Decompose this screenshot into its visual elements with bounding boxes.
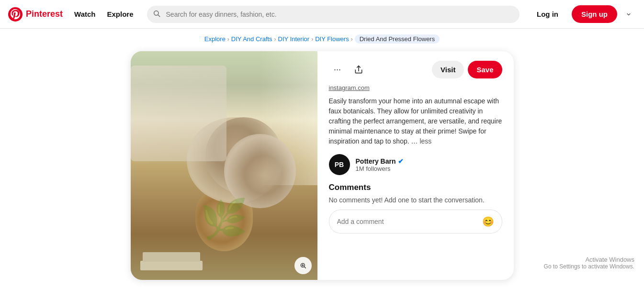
pin-actions-top: ··· Visit Save (329, 61, 502, 78)
breadcrumb-diy-flowers[interactable]: DIY Flowers (315, 35, 349, 43)
svg-line-4 (304, 267, 305, 268)
pin-detail: ··· Visit Save instagram.com (317, 51, 514, 280)
more-dots-icon: ··· (334, 65, 341, 75)
emoji-button[interactable]: 😊 (481, 214, 496, 229)
breadcrumb-explore[interactable]: Explore (204, 35, 226, 43)
signup-button[interactable]: Sign up (572, 5, 617, 23)
search-icon (153, 10, 160, 19)
svg-line-2 (158, 15, 160, 17)
pin-left-actions: ··· (329, 61, 367, 78)
share-button[interactable] (350, 61, 367, 78)
creator-name-text: Pottery Barn (356, 157, 396, 165)
header-actions: Log in Sign up (527, 5, 636, 23)
watch-link[interactable]: Watch (68, 6, 101, 22)
breadcrumb-diy-interior[interactable]: DIY Interior (278, 35, 310, 43)
header: Pinterest Watch Explore Log in Sign up (0, 0, 644, 29)
pin-right-actions: Visit Save (432, 61, 502, 78)
pin-image (131, 51, 317, 280)
breadcrumb-sep-2: › (274, 36, 276, 43)
comment-input[interactable] (337, 218, 477, 225)
creator-followers: 1M followers (356, 165, 404, 172)
save-button[interactable]: Save (468, 61, 502, 78)
comments-heading: Comments (329, 183, 502, 192)
breadcrumb-diy-crafts[interactable]: DIY And Crafts (231, 35, 272, 43)
pin-card: ··· Visit Save instagram.com (131, 51, 514, 280)
creator-row: PB Pottery Barn ✔ 1M followers (329, 154, 502, 175)
breadcrumb-sep-3: › (311, 36, 313, 43)
logo-text: Pinterest (26, 9, 63, 19)
comments-section: Comments No comments yet! Add one to sta… (329, 183, 502, 233)
search-input[interactable] (147, 6, 520, 23)
breadcrumb: Explore › DIY And Crafts › DIY Interior … (0, 29, 644, 47)
no-comments-text: No comments yet! Add one to start the co… (329, 196, 502, 204)
verified-icon: ✔ (398, 157, 404, 165)
creator-info: Pottery Barn ✔ 1M followers (356, 157, 404, 172)
zoom-icon[interactable] (294, 257, 312, 274)
avatar[interactable]: PB (329, 154, 350, 175)
source-link[interactable]: instagram.com (329, 84, 502, 91)
search-bar (147, 6, 520, 23)
main-content: ··· Visit Save instagram.com (0, 47, 644, 288)
visit-button[interactable]: Visit (432, 61, 464, 78)
login-button[interactable]: Log in (527, 5, 568, 23)
breadcrumb-active: Dried And Pressed Flowers (355, 34, 440, 44)
breadcrumb-sep-4: › (351, 36, 353, 43)
pin-description-text: Easily transform your home into an autum… (329, 97, 502, 145)
pin-description: Easily transform your home into an autum… (329, 96, 502, 146)
comment-input-row: 😊 (329, 210, 502, 233)
pin-less-button[interactable]: less (419, 137, 431, 145)
more-options-button[interactable]: ··· (329, 61, 346, 78)
logo[interactable]: Pinterest (8, 7, 63, 22)
chevron-down-button[interactable] (621, 7, 636, 22)
creator-name: Pottery Barn ✔ (356, 157, 404, 165)
breadcrumb-sep-1: › (227, 36, 229, 43)
explore-link[interactable]: Explore (101, 6, 139, 22)
